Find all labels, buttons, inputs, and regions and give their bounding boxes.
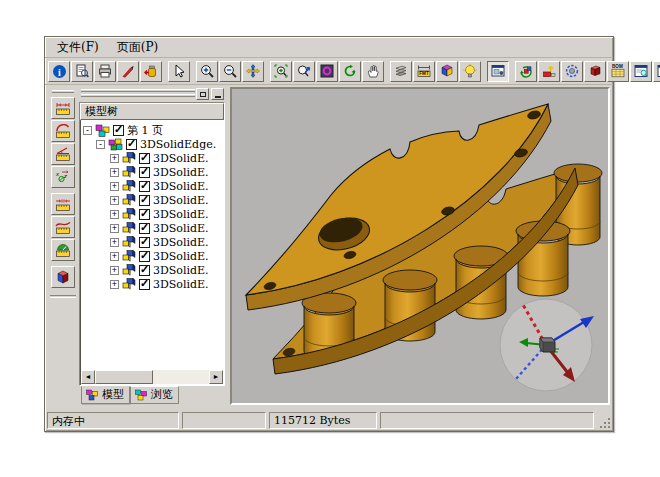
annotate-button[interactable]: [117, 61, 139, 82]
select-cursor-button[interactable]: [168, 61, 190, 82]
print-button[interactable]: [94, 61, 116, 82]
tree-item-part[interactable]: + 3DSolidE.: [80, 151, 224, 165]
tab-model[interactable]: 模型: [81, 386, 130, 404]
measure-solid-button[interactable]: [51, 266, 75, 288]
tree-item-part[interactable]: + 3DSolidE.: [80, 193, 224, 207]
tree-item-part[interactable]: + 3DSolidE.: [80, 179, 224, 193]
assembly-structure-button[interactable]: [515, 61, 537, 82]
checkbox[interactable]: [139, 209, 150, 220]
part-icon: [122, 250, 136, 262]
rotate-view-button[interactable]: [316, 61, 338, 82]
move-component-icon: [542, 64, 556, 78]
checkbox[interactable]: [139, 237, 150, 248]
rotate-component-button[interactable]: [561, 61, 583, 82]
tree-item-assembly[interactable]: - 3DSolidEdge.: [80, 137, 224, 151]
view-settings-button[interactable]: [487, 61, 509, 82]
lighting-button[interactable]: [459, 61, 481, 82]
collapse-icon[interactable]: -: [96, 140, 105, 149]
tree-item-part[interactable]: + 3DSolidE.: [80, 249, 224, 263]
checkbox[interactable]: [139, 195, 150, 206]
export-button[interactable]: [140, 61, 162, 82]
info-icon: i: [52, 64, 67, 79]
expand-icon[interactable]: +: [110, 154, 119, 163]
measure-length-button[interactable]: [51, 97, 75, 119]
cursor-icon: [172, 64, 186, 78]
checkbox[interactable]: [139, 167, 150, 178]
grip-line: [81, 94, 195, 97]
tree-item-part[interactable]: + 3DSolidE.: [80, 277, 224, 291]
expand-icon[interactable]: +: [110, 280, 119, 289]
checkbox[interactable]: [139, 153, 150, 164]
tree-item-page[interactable]: - 第 1 页: [80, 123, 224, 137]
tree-item-label: 3DSolidE.: [153, 208, 209, 221]
scroll-left-button[interactable]: ◄: [81, 370, 95, 384]
tree-item-part[interactable]: + 3DSolidE.: [80, 207, 224, 221]
measure-area-button[interactable]: [51, 239, 75, 261]
checkbox[interactable]: [139, 251, 150, 262]
tab-browse[interactable]: 浏览: [130, 386, 179, 404]
zoom-window-icon: [274, 64, 288, 78]
expand-icon[interactable]: +: [110, 224, 119, 233]
resize-grip[interactable]: [597, 412, 611, 429]
status-bar: 内存中 115712 Bytes: [47, 408, 611, 429]
expand-icon[interactable]: +: [110, 238, 119, 247]
expand-icon[interactable]: +: [110, 252, 119, 261]
expand-icon[interactable]: +: [110, 168, 119, 177]
panel-hide-button[interactable]: [211, 88, 224, 100]
model-tree-panel: 模型树 - 第 1 页 - 3DSolidEdge. + 3DSolidE.: [79, 87, 227, 405]
layers-button[interactable]: [390, 61, 412, 82]
tree-item-label: 3DSolidE.: [153, 222, 209, 235]
info-button[interactable]: i: [48, 61, 70, 82]
zoom-dynamic-button[interactable]: [293, 61, 315, 82]
dimension-format-button[interactable]: FMT: [413, 61, 435, 82]
measure-distance-button[interactable]: [51, 193, 75, 215]
pan-arrows-button[interactable]: [242, 61, 264, 82]
tree-item-part[interactable]: + 3DSolidE.: [80, 165, 224, 179]
measure-angle-button[interactable]: [51, 143, 75, 165]
dimension-format-icon: FMT: [417, 64, 431, 78]
menu-file[interactable]: 文件(F): [57, 39, 99, 56]
expand-icon[interactable]: +: [110, 182, 119, 191]
panel-titlebar[interactable]: [79, 87, 227, 102]
pan-hand-button[interactable]: [362, 61, 384, 82]
checkbox[interactable]: [139, 181, 150, 192]
structure-tree-button[interactable]: [653, 61, 660, 82]
solid-model-button[interactable]: [584, 61, 606, 82]
measure-coordinate-button[interactable]: xz: [51, 166, 75, 188]
tree-item-part[interactable]: + 3DSolidE.: [80, 263, 224, 277]
expand-icon[interactable]: +: [110, 210, 119, 219]
measure-radius-button[interactable]: [51, 120, 75, 142]
render-cube-button[interactable]: [436, 61, 458, 82]
panel-maximize-button[interactable]: [196, 88, 209, 100]
zoom-in-button[interactable]: [196, 61, 218, 82]
checkbox[interactable]: [139, 279, 150, 290]
expand-icon[interactable]: +: [110, 196, 119, 205]
checkbox[interactable]: [139, 223, 150, 234]
tree-item-part[interactable]: + 3DSolidE.: [80, 221, 224, 235]
print-preview-button[interactable]: [71, 61, 93, 82]
checkbox[interactable]: [126, 139, 137, 150]
collapse-icon[interactable]: -: [83, 126, 92, 135]
checkbox[interactable]: [139, 265, 150, 276]
move-component-button[interactable]: [538, 61, 560, 82]
bom-table-button[interactable]: BOM: [607, 61, 629, 82]
zoom-out-button[interactable]: [219, 61, 241, 82]
expand-icon[interactable]: +: [110, 266, 119, 275]
menu-page[interactable]: 页面(P): [117, 39, 158, 56]
zoom-window-button[interactable]: [270, 61, 292, 82]
checkbox[interactable]: [113, 125, 124, 136]
tree-item-part[interactable]: + 3DSolidE.: [80, 235, 224, 249]
tree-horizontal-scrollbar: ◄ ►: [81, 370, 223, 384]
scrollbar-thumb[interactable]: [95, 370, 153, 384]
toolbar-grip[interactable]: [52, 90, 74, 93]
orientation-widget[interactable]: [494, 293, 598, 397]
properties-window-button[interactable]: [630, 61, 652, 82]
measure-curve-button[interactable]: [51, 216, 75, 238]
part-icon: [122, 264, 136, 276]
menu-bar: 文件(F) 页面(P): [45, 37, 613, 58]
viewport-3d[interactable]: [230, 87, 610, 405]
scroll-right-button[interactable]: ►: [209, 370, 223, 384]
view-settings-icon: [491, 64, 505, 78]
part-icon: [122, 208, 136, 220]
refresh-rotate-button[interactable]: [339, 61, 361, 82]
